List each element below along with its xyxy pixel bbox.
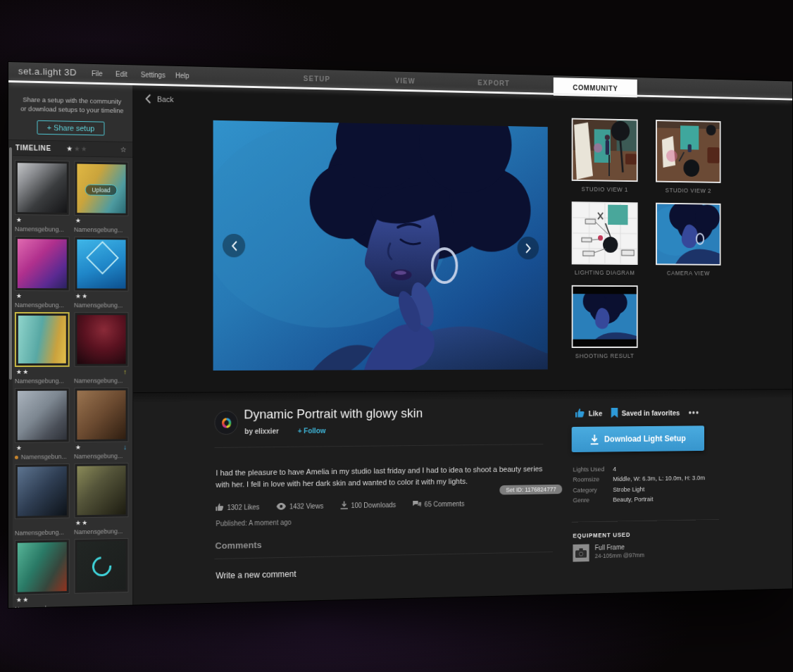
thumbnail-photo <box>77 466 125 515</box>
timeline-item-label: Namensgebung... <box>74 528 123 535</box>
shooting-result-icon <box>573 287 636 347</box>
meta-label: Lights Used <box>573 465 613 473</box>
download-icon <box>340 502 347 510</box>
meta-value: Beauty, Portrait <box>613 495 653 504</box>
menu-edit[interactable]: Edit <box>115 70 127 78</box>
sidebar-scrollbar-handle[interactable] <box>9 147 12 380</box>
author-avatar[interactable] <box>215 411 238 435</box>
timeline-item[interactable]: ★★Namensgebung... <box>15 539 70 608</box>
timeline-thumbnail[interactable] <box>74 236 128 291</box>
like-button[interactable]: Like <box>575 408 602 418</box>
meta-value: Strobe Light <box>613 485 644 494</box>
carousel-prev-button[interactable] <box>223 234 245 258</box>
timeline-item[interactable]: Upload★Namensgebung... <box>74 161 128 235</box>
comments-stat: 65 Comments <box>413 499 464 508</box>
timeline-thumbnail[interactable] <box>15 539 70 595</box>
likes-stat: 1302 Likes <box>216 502 259 511</box>
thumbnail-rating-row: ★ <box>15 215 70 225</box>
download-light-setup-button[interactable]: Download Light Setup <box>572 425 704 452</box>
timeline-item-label-row: Namensgebung... <box>74 376 128 385</box>
tab-export[interactable]: EXPORT <box>462 78 526 88</box>
chevron-right-icon <box>525 243 531 253</box>
timeline-thumbnail[interactable] <box>74 537 128 593</box>
star-rating: ★ <box>75 217 82 224</box>
preview-label: CAMERA VIEW <box>656 270 720 277</box>
timeline-thumbnail[interactable] <box>15 463 70 519</box>
meta-row: CategoryStrobe Light <box>573 484 705 494</box>
comments-count: 65 Comments <box>425 499 465 507</box>
timeline-item[interactable]: ★↓Namensgebung... <box>74 387 128 461</box>
sidebar-scrollbar[interactable] <box>8 146 13 608</box>
preview-shooting-result[interactable]: SHOOTING RESULT <box>572 285 638 359</box>
sidebar-intro-text: Share a setup with the community or down… <box>8 89 132 116</box>
star-rating: ★ <box>75 444 82 451</box>
timeline-item[interactable]: ★★Namensgebung... <box>15 312 70 386</box>
timeline-thumbnail[interactable] <box>15 236 70 291</box>
follow-button[interactable]: + Follow <box>298 426 326 435</box>
carousel-next-button[interactable] <box>518 237 539 260</box>
menu-help[interactable]: Help <box>175 72 189 80</box>
favorites-button[interactable]: Saved in favorites <box>611 407 680 418</box>
tab-setup[interactable]: SETUP <box>284 74 350 84</box>
post-author[interactable]: by elixxier <box>244 427 279 435</box>
timeline-item[interactable]: ★★Namensgebung... <box>74 236 128 310</box>
more-options-button[interactable]: ••• <box>689 409 699 415</box>
menu-file[interactable]: File <box>92 70 103 77</box>
timeline-thumbnail[interactable] <box>15 160 70 216</box>
equipment-detail: 24-105mm @97mm <box>595 552 644 559</box>
timeline-thumbnail[interactable] <box>74 312 128 367</box>
timeline-item-label: Namensgebung... <box>15 378 64 385</box>
download-icon <box>590 435 599 444</box>
meta-label: Roomsize <box>573 475 613 484</box>
timeline-thumbnail[interactable] <box>74 463 128 518</box>
timeline-item[interactable]: ★Namensgebung... <box>15 160 70 235</box>
timeline-thumbnail[interactable] <box>15 387 70 442</box>
lighting-diagram-thumbnail[interactable] <box>572 201 638 265</box>
menu-settings[interactable]: Settings <box>141 71 166 80</box>
preview-studio-view-1[interactable]: STUDIO VIEW 1 <box>572 118 638 194</box>
studio-view-1-thumbnail[interactable] <box>572 118 638 182</box>
timeline-item[interactable]: ↑Namensgebung... <box>74 312 128 385</box>
preview-studio-view-2[interactable]: STUDIO VIEW 2 <box>656 120 720 194</box>
timeline-item-label-row: Namensgebung... <box>74 527 128 537</box>
studio-view-2-thumbnail[interactable] <box>656 120 720 183</box>
filter-star-filled-icon[interactable]: ★ <box>66 144 73 152</box>
timeline-item-label: Namensgebung... <box>74 377 123 384</box>
shooting-result-thumbnail[interactable] <box>572 285 638 348</box>
timeline-item-label: Namensgebung... <box>74 226 123 234</box>
filter-star-outline-icon[interactable]: ☆ <box>120 145 127 153</box>
meta-row: Lights Used4 <box>573 464 705 474</box>
timeline-item[interactable]: ★Namensgebun... <box>15 387 70 461</box>
thumbnail-photo <box>77 315 125 364</box>
timeline-item-label-row: Namensgebung... <box>15 528 70 537</box>
timeline-item[interactable]: ★Namensgebung... <box>15 236 70 310</box>
preview-camera-view[interactable]: CAMERA VIEW <box>656 203 720 277</box>
timeline-item[interactable] <box>74 537 128 608</box>
preview-lighting-diagram[interactable]: LIGHTING DIAGRAM <box>572 201 638 276</box>
timeline-thumbnail[interactable]: Upload <box>74 161 128 216</box>
camera-view-thumbnail[interactable] <box>656 203 720 266</box>
thumbnail-rating-row: ★★ <box>74 291 128 301</box>
upload-button[interactable]: Upload <box>85 184 118 195</box>
thumbnail-rating-row: ★★ <box>74 517 128 528</box>
comment-input[interactable]: Write a new comment <box>216 569 296 580</box>
timeline-title: TIMELINE <box>15 144 51 152</box>
timeline-item[interactable]: Namensgebung... <box>15 463 70 538</box>
timeline-item-label-row <box>74 602 128 608</box>
timeline-thumbnail[interactable] <box>74 387 128 442</box>
camera-icon <box>575 548 587 558</box>
filter-star-dim-icon[interactable]: ★★ <box>74 144 87 152</box>
studio-scene-icon <box>573 120 636 181</box>
bookmark-icon <box>611 408 618 418</box>
status-dot <box>15 455 18 459</box>
timeline-item[interactable]: ★★Namensgebung... <box>74 463 128 537</box>
tab-view[interactable]: VIEW <box>373 76 437 86</box>
thumbs-up-icon <box>216 503 223 511</box>
star-rating: ★ <box>16 216 23 223</box>
share-setup-button[interactable]: + Share setup <box>37 120 105 135</box>
meta-row: RoomsizeMiddle, W: 6.3m, L: 10.0m, H: 3.… <box>573 474 705 484</box>
back-button[interactable]: Back <box>146 94 174 104</box>
star-rating: ★ <box>16 444 23 452</box>
timeline-item-label-row: Namensgebung... <box>74 452 128 461</box>
timeline-thumbnail[interactable] <box>15 312 70 367</box>
